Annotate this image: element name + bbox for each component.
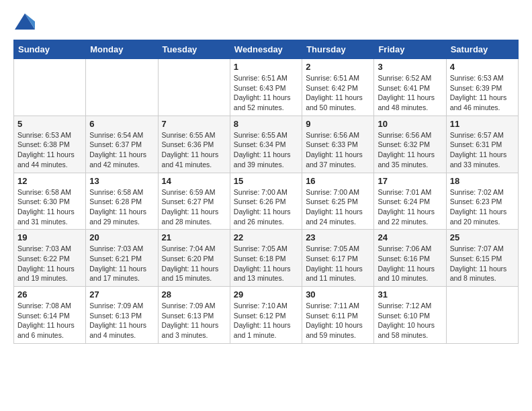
day-number: 15 [234, 176, 298, 186]
calendar-cell [158, 59, 230, 116]
day-header-sunday: Sunday [14, 40, 86, 59]
day-number: 5 [17, 119, 82, 129]
day-number: 22 [234, 232, 298, 242]
calendar-cell: 22Sunrise: 7:05 AMSunset: 6:18 PMDayligh… [230, 230, 302, 287]
calendar-cell [14, 59, 86, 116]
calendar-cell: 8Sunrise: 6:55 AMSunset: 6:34 PMDaylight… [230, 116, 302, 173]
calendar-cell: 2Sunrise: 6:51 AMSunset: 6:42 PMDaylight… [302, 59, 374, 116]
calendar-cell: 14Sunrise: 6:59 AMSunset: 6:27 PMDayligh… [158, 173, 230, 230]
logo-icon [15, 13, 35, 30]
day-number: 9 [306, 119, 370, 129]
day-number: 4 [450, 62, 515, 72]
calendar-cell: 21Sunrise: 7:04 AMSunset: 6:20 PMDayligh… [158, 230, 230, 287]
day-header-wednesday: Wednesday [230, 40, 302, 59]
day-info: Sunrise: 6:53 AMSunset: 6:39 PMDaylight:… [450, 73, 515, 113]
day-number: 30 [306, 289, 370, 300]
day-number: 17 [378, 176, 442, 186]
day-header-saturday: Saturday [446, 40, 518, 59]
day-header-tuesday: Tuesday [158, 40, 230, 59]
calendar-cell: 20Sunrise: 7:03 AMSunset: 6:21 PMDayligh… [86, 230, 158, 287]
calendar-cell: 30Sunrise: 7:11 AMSunset: 6:11 PMDayligh… [302, 287, 374, 344]
day-info: Sunrise: 6:57 AMSunset: 6:31 PMDaylight:… [450, 130, 515, 170]
calendar-cell: 26Sunrise: 7:08 AMSunset: 6:14 PMDayligh… [14, 287, 86, 344]
day-number: 3 [378, 62, 442, 72]
day-info: Sunrise: 7:07 AMSunset: 6:15 PMDaylight:… [450, 244, 515, 283]
day-headers-row: SundayMondayTuesdayWednesdayThursdayFrid… [14, 40, 519, 59]
day-info: Sunrise: 7:05 AMSunset: 6:17 PMDaylight:… [306, 244, 370, 283]
calendar-cell: 11Sunrise: 6:57 AMSunset: 6:31 PMDayligh… [446, 116, 518, 173]
day-number: 1 [234, 62, 298, 72]
calendar-cell: 13Sunrise: 6:58 AMSunset: 6:28 PMDayligh… [86, 173, 158, 230]
day-info: Sunrise: 6:55 AMSunset: 6:34 PMDaylight:… [234, 130, 298, 170]
day-info: Sunrise: 7:05 AMSunset: 6:18 PMDaylight:… [234, 244, 298, 283]
day-header-friday: Friday [374, 40, 446, 59]
day-info: Sunrise: 7:09 AMSunset: 6:13 PMDaylight:… [89, 301, 154, 340]
calendar-cell: 31Sunrise: 7:12 AMSunset: 6:10 PMDayligh… [374, 287, 446, 344]
calendar-week-row: 12Sunrise: 6:58 AMSunset: 6:30 PMDayligh… [14, 173, 519, 230]
calendar-cell: 25Sunrise: 7:07 AMSunset: 6:15 PMDayligh… [446, 230, 518, 287]
calendar-cell: 9Sunrise: 6:56 AMSunset: 6:33 PMDaylight… [302, 116, 374, 173]
day-number: 14 [162, 176, 226, 186]
day-number: 16 [306, 176, 370, 186]
day-number: 24 [378, 232, 442, 242]
day-number: 27 [89, 289, 154, 300]
calendar-cell: 16Sunrise: 7:00 AMSunset: 6:25 PMDayligh… [302, 173, 374, 230]
calendar-cell: 17Sunrise: 7:01 AMSunset: 6:24 PMDayligh… [374, 173, 446, 230]
day-info: Sunrise: 7:01 AMSunset: 6:24 PMDaylight:… [378, 187, 442, 227]
page-header [13, 13, 519, 33]
day-info: Sunrise: 7:09 AMSunset: 6:13 PMDaylight:… [162, 301, 226, 340]
calendar-cell: 27Sunrise: 7:09 AMSunset: 6:13 PMDayligh… [86, 287, 158, 344]
calendar-cell: 6Sunrise: 6:54 AMSunset: 6:37 PMDaylight… [86, 116, 158, 173]
calendar-cell [86, 59, 158, 116]
calendar-cell: 5Sunrise: 6:53 AMSunset: 6:38 PMDaylight… [14, 116, 86, 173]
day-number: 2 [306, 62, 370, 72]
day-info: Sunrise: 6:58 AMSunset: 6:30 PMDaylight:… [17, 187, 82, 227]
calendar-cell: 23Sunrise: 7:05 AMSunset: 6:17 PMDayligh… [302, 230, 374, 287]
calendar-cell: 28Sunrise: 7:09 AMSunset: 6:13 PMDayligh… [158, 287, 230, 344]
day-info: Sunrise: 7:10 AMSunset: 6:12 PMDaylight:… [234, 301, 298, 340]
day-info: Sunrise: 6:56 AMSunset: 6:33 PMDaylight:… [306, 130, 370, 170]
day-info: Sunrise: 7:11 AMSunset: 6:11 PMDaylight:… [306, 301, 370, 340]
calendar-cell: 1Sunrise: 6:51 AMSunset: 6:43 PMDaylight… [230, 59, 302, 116]
day-info: Sunrise: 7:06 AMSunset: 6:16 PMDaylight:… [378, 244, 442, 283]
day-number: 13 [89, 176, 154, 186]
day-number: 11 [450, 119, 515, 129]
day-number: 20 [89, 232, 154, 242]
calendar-cell: 18Sunrise: 7:02 AMSunset: 6:23 PMDayligh… [446, 173, 518, 230]
day-info: Sunrise: 7:04 AMSunset: 6:20 PMDaylight:… [162, 244, 226, 283]
calendar-cell: 15Sunrise: 7:00 AMSunset: 6:26 PMDayligh… [230, 173, 302, 230]
calendar-cell: 29Sunrise: 7:10 AMSunset: 6:12 PMDayligh… [230, 287, 302, 344]
day-info: Sunrise: 6:59 AMSunset: 6:27 PMDaylight:… [162, 187, 226, 227]
day-number: 12 [17, 176, 82, 186]
calendar-cell [446, 287, 518, 344]
day-info: Sunrise: 6:53 AMSunset: 6:38 PMDaylight:… [17, 130, 82, 170]
calendar-cell: 24Sunrise: 7:06 AMSunset: 6:16 PMDayligh… [374, 230, 446, 287]
calendar-cell: 7Sunrise: 6:55 AMSunset: 6:36 PMDaylight… [158, 116, 230, 173]
day-number: 26 [17, 289, 82, 300]
day-info: Sunrise: 7:03 AMSunset: 6:21 PMDaylight:… [89, 244, 154, 283]
day-number: 8 [234, 119, 298, 129]
day-number: 7 [162, 119, 226, 129]
day-header-thursday: Thursday [302, 40, 374, 59]
day-info: Sunrise: 7:03 AMSunset: 6:22 PMDaylight:… [17, 244, 82, 283]
day-number: 29 [234, 289, 298, 300]
calendar-cell: 10Sunrise: 6:56 AMSunset: 6:32 PMDayligh… [374, 116, 446, 173]
day-info: Sunrise: 6:54 AMSunset: 6:37 PMDaylight:… [89, 130, 154, 170]
day-info: Sunrise: 6:52 AMSunset: 6:41 PMDaylight:… [378, 73, 442, 113]
calendar-cell: 19Sunrise: 7:03 AMSunset: 6:22 PMDayligh… [14, 230, 86, 287]
day-header-monday: Monday [86, 40, 158, 59]
day-number: 18 [450, 176, 515, 186]
day-info: Sunrise: 6:55 AMSunset: 6:36 PMDaylight:… [162, 130, 226, 170]
day-number: 25 [450, 232, 515, 242]
day-number: 19 [17, 232, 82, 242]
day-info: Sunrise: 7:00 AMSunset: 6:26 PMDaylight:… [234, 187, 298, 227]
calendar-week-row: 1Sunrise: 6:51 AMSunset: 6:43 PMDaylight… [14, 59, 519, 116]
day-info: Sunrise: 7:00 AMSunset: 6:25 PMDaylight:… [306, 187, 370, 227]
day-info: Sunrise: 6:58 AMSunset: 6:28 PMDaylight:… [89, 187, 154, 227]
calendar-week-row: 5Sunrise: 6:53 AMSunset: 6:38 PMDaylight… [14, 116, 519, 173]
calendar-week-row: 19Sunrise: 7:03 AMSunset: 6:22 PMDayligh… [14, 230, 519, 287]
day-info: Sunrise: 7:08 AMSunset: 6:14 PMDaylight:… [17, 301, 82, 340]
day-number: 6 [89, 119, 154, 129]
day-info: Sunrise: 7:12 AMSunset: 6:10 PMDaylight:… [378, 301, 442, 340]
day-number: 28 [162, 289, 226, 300]
